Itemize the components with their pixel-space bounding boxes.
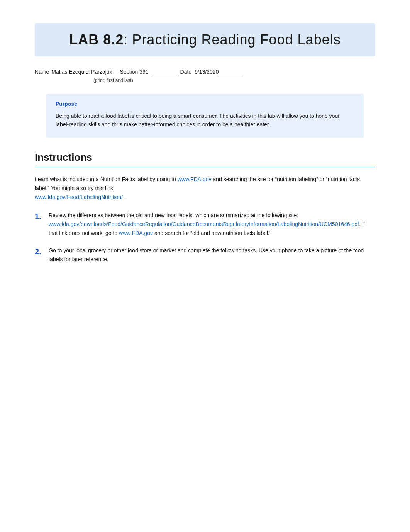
section-blank — [152, 69, 179, 75]
print-note: (print, first and last) — [93, 78, 375, 83]
name-label: Name — [35, 69, 49, 75]
name-value: Matias Ezequiel Parzajuk — [51, 69, 112, 75]
header-row: Name Matias Ezequiel Parzajuk Section 39… — [35, 69, 375, 75]
item-number-2: 2. — [35, 246, 46, 257]
date-value: 9/13/2020 — [195, 69, 219, 75]
intro-part3: . — [123, 194, 126, 200]
fda-labeling-link[interactable]: www.fda.gov/Food/LabelingNutrition/ — [35, 194, 123, 200]
numbered-item-2: 2. Go to your local grocery or other foo… — [35, 246, 375, 264]
fda-link-2[interactable]: www.FDA.gov — [119, 230, 153, 236]
date-label: Date — [180, 69, 192, 75]
purpose-title: Purpose — [56, 101, 354, 107]
date-blank — [219, 69, 242, 75]
section-divider — [35, 167, 375, 167]
purpose-box: Purpose Being able to read a food label … — [46, 94, 364, 138]
section-label: Section — [120, 69, 138, 75]
title-bold: LAB 8.2 — [69, 32, 124, 48]
item1-text3: and search for “old and new nutrition fa… — [153, 230, 271, 236]
item-number-1: 1. — [35, 211, 46, 222]
instructions-heading: Instructions — [35, 151, 375, 163]
title-box: LAB 8.2: Practicing Reading Food Labels — [35, 23, 375, 56]
item-content-1: Review the differences between the old a… — [49, 211, 375, 238]
purpose-text: Being able to read a food label is criti… — [56, 112, 354, 129]
item2-text: Go to your local grocery or other food s… — [49, 247, 364, 262]
intro-part1: Learn what is included in a Nutrition Fa… — [35, 176, 178, 182]
page-container: LAB 8.2: Practicing Reading Food Labels … — [0, 0, 410, 304]
item1-text1: Review the differences between the old a… — [49, 212, 298, 218]
page-title: LAB 8.2: Practicing Reading Food Labels — [46, 32, 364, 48]
section-value: 391 — [139, 69, 148, 75]
fda-link-1[interactable]: www.FDA.gov — [178, 176, 212, 182]
title-rest: : Practicing Reading Food Labels — [124, 32, 341, 48]
item-content-2: Go to your local grocery or other food s… — [49, 246, 375, 264]
ucm-link[interactable]: www.fda.gov/downloads/Food/GuidanceRegul… — [49, 221, 359, 227]
numbered-item-1: 1. Review the differences between the ol… — [35, 211, 375, 238]
intro-paragraph: Learn what is included in a Nutrition Fa… — [35, 175, 375, 202]
